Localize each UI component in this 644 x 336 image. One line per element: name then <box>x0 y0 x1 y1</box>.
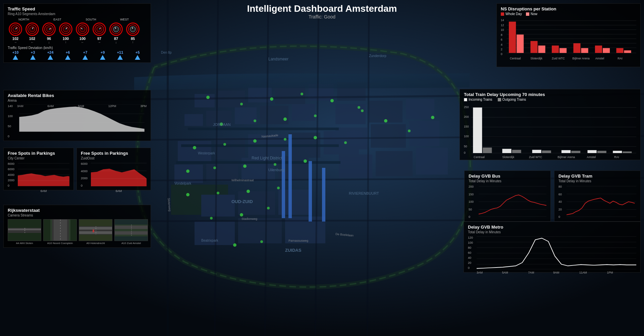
deviation-item-2: +3 <box>25 50 41 60</box>
svg-text:250: 250 <box>464 105 469 109</box>
speed-south: SOUTH 100 ← <box>75 18 107 44</box>
speed-arrow: ↓ <box>48 41 50 44</box>
svg-point-67 <box>243 164 247 168</box>
svg-rect-180 <box>517 35 524 53</box>
east-label: EAST <box>53 18 61 21</box>
svg-point-81 <box>408 130 411 132</box>
delay-bus-y-labels: 200 150 100 50 0 <box>469 185 479 219</box>
svg-rect-13 <box>215 138 245 159</box>
rental-bikes-y-labels: 140 100 50 0 <box>8 104 16 138</box>
deviation-item-3: +24 <box>43 50 58 60</box>
svg-marker-134 <box>18 173 69 186</box>
svg-text:9AM: 9AM <box>553 271 559 274</box>
deviation-items: +10 +3 +24 +6 +7 +9 +11 +5 <box>8 50 147 60</box>
svg-text:Vondelpark: Vondelpark <box>174 182 192 185</box>
speed-item-south-1: 100 ← <box>75 22 90 44</box>
svg-point-53 <box>330 99 334 102</box>
svg-text:Wilhelminastraat: Wilhelminastraat <box>231 179 254 182</box>
legend-now-label: Now <box>531 12 537 16</box>
speed-item-east-1: 96 ↓ <box>41 22 57 44</box>
svg-text:1PM: 1PM <box>607 271 613 274</box>
legend-outgoing-dot <box>498 98 501 101</box>
legend-whole-day-dot <box>501 12 504 16</box>
svg-rect-187 <box>595 46 602 53</box>
parking-zuidoost-x-label: 6AM <box>91 189 147 193</box>
svg-text:Landsmeer: Landsmeer <box>268 57 288 61</box>
ns-chart: 14 12 10 8 6 4 2 0 <box>501 17 636 64</box>
delay-bus-chart: 12AM 6AM 12PM <box>479 185 546 219</box>
svg-text:5AM: 5AM <box>502 271 508 274</box>
svg-rect-18 <box>206 161 238 181</box>
svg-text:ZUIDAS: ZUIDAS <box>285 248 302 253</box>
svg-text:Sloterdijk: Sloterdijk <box>502 155 514 159</box>
speed-arrow: ↑ <box>132 41 134 44</box>
svg-text:Amstel: Amstel <box>587 155 596 159</box>
svg-rect-7 <box>184 114 203 126</box>
speed-arrow: ↓ <box>115 41 117 44</box>
svg-rect-12 <box>178 141 211 161</box>
parking-zuidoost-svg <box>91 162 147 187</box>
svg-point-76 <box>267 207 270 209</box>
svg-rect-214 <box>542 150 551 153</box>
deviation-triangle <box>100 55 105 60</box>
svg-rect-179 <box>509 21 516 53</box>
svg-point-82 <box>431 116 434 119</box>
svg-rect-84 <box>288 134 292 218</box>
svg-point-71 <box>217 192 219 194</box>
svg-point-80 <box>384 119 387 123</box>
svg-text:Zuid WTC: Zuid WTC <box>552 57 565 60</box>
delay-metro-chart: 3AM 5AM 7AM 9AM 11AM 1PM <box>477 236 636 270</box>
svg-rect-189 <box>616 48 623 53</box>
svg-line-122 <box>99 28 101 29</box>
svg-text:2: 2 <box>501 48 502 51</box>
svg-rect-39 <box>176 161 340 164</box>
speed-item-north-1: 102 → <box>8 22 23 44</box>
speed-arrow: ← <box>31 41 34 44</box>
svg-rect-217 <box>588 150 597 153</box>
legend-outgoing-label: Outgoing Trains <box>502 98 526 101</box>
svg-point-65 <box>186 170 190 173</box>
speed-gauge <box>25 22 39 36</box>
ns-disruptions-title: NS Disruptions per Station <box>501 6 636 11</box>
svg-text:7AM: 7AM <box>528 271 534 274</box>
svg-rect-220 <box>623 151 632 153</box>
svg-point-50 <box>240 103 243 105</box>
delay-tram-title: Delay GVB Tram <box>558 174 636 179</box>
svg-rect-219 <box>613 151 622 153</box>
speed-value: 96 <box>47 37 51 41</box>
speed-item-west-2: 85 ↑ <box>125 22 141 44</box>
speed-east: EAST 96 ↓ <box>41 18 73 44</box>
svg-rect-185 <box>573 43 580 53</box>
speed-value: 87 <box>114 37 118 41</box>
deviation-triangle <box>65 55 70 60</box>
speedometer-icon <box>96 26 103 33</box>
svg-rect-85 <box>309 161 312 222</box>
parking-zuidoost-subtitle: ZuidOost <box>81 156 147 160</box>
svg-point-51 <box>270 97 273 101</box>
svg-rect-1 <box>195 94 215 107</box>
svg-point-61 <box>253 139 257 143</box>
svg-rect-26 <box>238 218 282 243</box>
parking-zuidoost-chart: 6AM <box>91 162 147 187</box>
svg-rect-36 <box>416 148 448 175</box>
svg-text:Westerpark: Westerpark <box>198 151 215 155</box>
svg-point-59 <box>193 146 196 149</box>
svg-rect-37 <box>188 128 339 130</box>
delay-tram-svg: 12AM 6AM 12PM <box>567 185 636 219</box>
svg-text:Centraal: Centraal <box>474 155 485 159</box>
delay-tram-y-labels: 80 60 40 20 0 <box>558 185 567 219</box>
svg-rect-83 <box>282 151 285 218</box>
legend-incoming: Incoming Trains <box>464 98 492 101</box>
svg-rect-38 <box>181 144 339 147</box>
svg-point-79 <box>361 109 364 112</box>
svg-rect-4 <box>275 86 305 104</box>
parking-city-title: Free Spots in Parkings <box>8 151 69 156</box>
deviation-item-6: +9 <box>95 50 110 60</box>
camera-thumb-4 <box>114 219 148 241</box>
svg-point-60 <box>223 143 226 146</box>
speed-gauge <box>109 22 123 36</box>
speed-value: 85 <box>131 37 135 41</box>
train-chart: 250 200 150 100 50 0 <box>464 103 636 157</box>
train-legend: Incoming Trains Outgoing Trains <box>464 98 636 101</box>
rental-bikes-chart-inner <box>17 104 147 133</box>
